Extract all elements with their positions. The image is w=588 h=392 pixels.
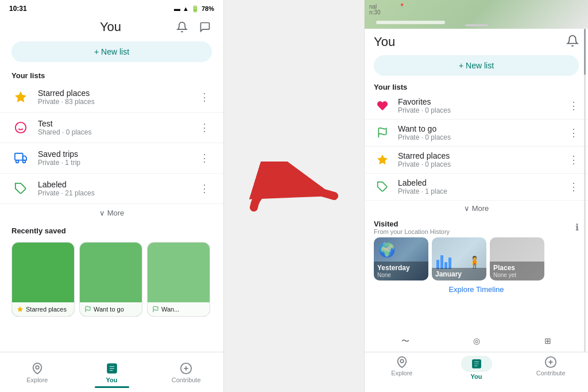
right-list-item-favorites[interactable]: Favorites Private · 0 places ⋮ <box>365 93 588 120</box>
favorites-name: Favorites <box>398 97 568 106</box>
trending-icon: 〜 <box>401 336 409 347</box>
recently-saved-title: Recently saved <box>0 222 223 237</box>
active-indicator <box>95 386 129 388</box>
test-info: Test Shared · 0 places <box>38 119 197 136</box>
trending-icons: 〜 ◎ ⊞ <box>365 336 588 347</box>
saved-card-starred[interactable]: Starred places <box>11 242 75 317</box>
list-item[interactable]: Labeled Private · 21 places ⋮ <box>0 174 223 204</box>
right-your-lists-title: Your lists <box>365 79 588 93</box>
right-labeled-name: Labeled <box>398 178 568 187</box>
starred-places-info: Starred places Private · 83 places <box>38 89 197 106</box>
yesterday-sub: None <box>377 272 425 278</box>
test-icon <box>11 118 30 137</box>
wanttogo-meta: Private · 0 places <box>398 133 568 141</box>
wanttogo-more[interactable]: ⋮ <box>568 126 579 139</box>
explore-icon <box>30 362 44 375</box>
labeled-name: Labeled <box>38 180 197 189</box>
signal-icon: ▬ <box>174 5 180 12</box>
right-explore-icon <box>396 356 408 368</box>
visited-header: Visited From your Location History ℹ <box>374 220 579 235</box>
saved-trips-more[interactable]: ⋮ <box>197 149 212 167</box>
list-item[interactable]: Starred places Private · 83 places ⋮ <box>0 82 223 113</box>
nav-item-explore[interactable]: Explore <box>0 357 75 388</box>
right-scroll-indicator <box>584 29 586 352</box>
saved-card-label: Starred places <box>12 302 74 316</box>
visited-cards-container: 🌍 Yesterday None 🧍 January <box>374 237 579 280</box>
visited-card-places[interactable]: Places None yet <box>490 237 544 280</box>
test-more[interactable]: ⋮ <box>197 119 212 136</box>
right-new-list-button[interactable]: + New list <box>374 55 579 76</box>
visited-card-january[interactable]: 🧍 January <box>432 237 486 280</box>
status-icons: ▬ ▲ 🔋 78% <box>174 5 214 13</box>
saved-card-wan[interactable]: Wan... <box>147 242 210 317</box>
explore-timeline-button[interactable]: Explore Timeline <box>365 282 588 297</box>
svg-marker-17 <box>378 155 388 164</box>
list-item[interactable]: Test Shared · 0 places ⋮ <box>0 113 223 143</box>
right-nav-item-contribute[interactable]: Contribute <box>513 356 588 376</box>
right-nav-item-you[interactable]: You <box>439 356 514 380</box>
card-label-text: Starred places <box>26 306 67 313</box>
more-button[interactable]: ∨ More <box>0 204 223 222</box>
map-preview: nal n:30 📍 <box>365 0 588 29</box>
right-labeled-more[interactable]: ⋮ <box>568 180 579 193</box>
right-starred-more[interactable]: ⋮ <box>568 153 579 166</box>
favorites-more[interactable]: ⋮ <box>568 99 579 112</box>
contribute-icon <box>179 362 193 375</box>
starred-places-more[interactable]: ⋮ <box>197 89 212 106</box>
notifications-icon[interactable] <box>175 20 189 34</box>
right-nav-item-explore[interactable]: Explore <box>365 356 439 376</box>
right-more-label: More <box>472 204 489 213</box>
map-icon: ⊞ <box>544 336 551 347</box>
visited-card-yesterday[interactable]: 🌍 Yesterday None <box>374 237 428 280</box>
info-icon[interactable]: ℹ <box>575 222 579 233</box>
starred-places-name: Starred places <box>38 89 197 98</box>
right-bottom-nav: 〜 ◎ ⊞ Explore You <box>365 352 588 392</box>
right-labeled-icon <box>374 178 391 195</box>
right-starred-name: Starred places <box>398 151 568 160</box>
right-contribute-label: Contribute <box>536 370 566 376</box>
svg-point-6 <box>23 160 26 163</box>
january-overlay: January <box>432 268 486 280</box>
places-sub: None yet <box>493 272 541 278</box>
nav-item-you[interactable]: You <box>75 357 149 388</box>
wifi-icon: ▲ <box>183 5 189 12</box>
new-list-button[interactable]: + New list <box>11 41 212 62</box>
right-more-button[interactable]: ∨ More <box>365 201 588 216</box>
svg-point-5 <box>16 160 19 163</box>
explore-label: Explore <box>26 376 48 383</box>
you-label: You <box>106 376 118 383</box>
right-you-label: You <box>471 373 482 380</box>
your-lists-title: Your lists <box>0 67 223 82</box>
right-chevron-down-icon: ∨ <box>464 204 470 213</box>
right-notifications-icon[interactable] <box>566 34 579 49</box>
labeled-more[interactable]: ⋮ <box>197 180 212 197</box>
nav-item-contribute[interactable]: Contribute <box>149 357 223 388</box>
yesterday-overlay: Yesterday None <box>374 262 428 280</box>
svg-point-11 <box>36 366 39 369</box>
saved-trips-meta: Private · 1 trip <box>38 159 197 167</box>
january-title: January <box>435 270 483 278</box>
card-label-text: Wan... <box>161 306 179 313</box>
messages-icon[interactable] <box>198 20 212 34</box>
list-item[interactable]: Saved trips Private · 1 trip ⋮ <box>0 143 223 174</box>
right-explore-label: Explore <box>391 370 412 376</box>
left-bottom-nav: Explore You Contribute <box>0 352 223 392</box>
right-list-item-starred[interactable]: Starred places Private · 0 places ⋮ <box>365 147 588 174</box>
right-list-item-labeled[interactable]: Labeled Private · 1 place ⋮ <box>365 174 588 201</box>
left-header-icons <box>175 20 212 34</box>
left-header: You <box>0 15 223 37</box>
right-list-item-wanttogo[interactable]: Want to go Private · 0 places ⋮ <box>365 120 588 147</box>
wanttogo-name: Want to go <box>398 124 568 133</box>
saved-card-wanttogo[interactable]: Want to go <box>79 242 142 317</box>
right-you-icon <box>470 358 483 370</box>
right-contribute-icon <box>544 356 557 368</box>
right-header: You <box>365 29 588 52</box>
right-you-pill <box>461 356 492 372</box>
bar4 <box>448 258 451 269</box>
right-starred-meta: Private · 0 places <box>398 160 568 168</box>
right-starred-icon <box>374 151 391 168</box>
map-road <box>376 21 445 24</box>
favorites-info: Favorites Private · 0 places <box>398 97 568 114</box>
status-bar: 10:31 ▬ ▲ 🔋 78% <box>0 0 223 15</box>
yesterday-title: Yesterday <box>377 264 425 272</box>
